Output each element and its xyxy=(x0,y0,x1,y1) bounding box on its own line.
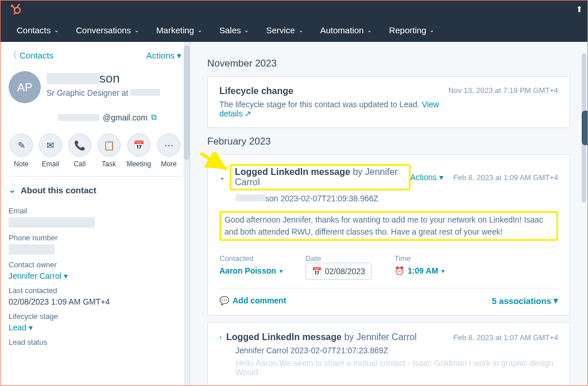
lifecycle-title: Lifecycle change xyxy=(219,86,448,96)
activity-card-1: ⌄ Logged LinkedIn message by Jennifer Ca… xyxy=(207,154,570,315)
comment-icon: 💬 xyxy=(219,296,229,305)
nav-reporting[interactable]: Reporting⌄ xyxy=(389,25,434,35)
time-dropdown[interactable]: ⏰ 1:09 AM ▾ xyxy=(394,266,444,275)
activity2-meta: Jennifer Carrol 2023-02-07T21:07:23.869Z xyxy=(235,346,558,355)
contact-subtitle: Sr Graphic Designer at xyxy=(47,88,160,98)
caret-down-icon: ⌄ xyxy=(54,27,59,33)
nav-service[interactable]: Service⌄ xyxy=(266,25,303,35)
associations-dropdown[interactable]: 5 associations ▾ xyxy=(492,295,558,306)
month-header-nov: November 2023 xyxy=(207,58,570,69)
caret-down-icon: ▾ xyxy=(29,323,33,332)
activity1-body-highlight: Good afternoon Jennifer, thanks for want… xyxy=(219,211,558,241)
contact-email: @gmail.com xyxy=(103,113,148,122)
side-drawer-tab[interactable] xyxy=(582,111,587,145)
more-icon: ⋯ xyxy=(157,134,180,157)
expand-icon[interactable]: › xyxy=(219,333,222,341)
about-section-toggle[interactable]: ⌄About this contact xyxy=(9,176,181,201)
lifecycle-change-card[interactable]: Lifecycle change The lifecycle stage for… xyxy=(207,76,570,128)
activity1-title: Logged LinkedIn message xyxy=(235,167,350,177)
meeting-button[interactable]: 📅Meeting xyxy=(126,134,151,168)
left-scrollbar-thumb[interactable] xyxy=(184,45,189,160)
caret-down-icon: ▾ xyxy=(177,50,181,61)
lifecycle-dropdown[interactable]: Lead ▾ xyxy=(9,323,181,332)
field-label-lifecycle: Lifecycle stage xyxy=(9,312,181,321)
last-contacted-value: 02/08/2023 1:09 AM GMT+4 xyxy=(9,297,181,306)
month-header-feb: February 2023 xyxy=(207,136,570,147)
task-button[interactable]: 📋Task xyxy=(98,134,121,168)
note-icon: ✎ xyxy=(10,134,33,157)
activity-title-highlight: Logged LinkedIn message by Jennifer Carr… xyxy=(230,164,411,190)
email-button[interactable]: ✉Email xyxy=(39,134,62,168)
clock-icon: ⏰ xyxy=(394,266,404,275)
contacted-label: Contacted xyxy=(219,254,283,263)
lifecycle-body: The lifecycle stage for this contact was… xyxy=(219,100,448,118)
call-icon: 📞 xyxy=(68,134,91,157)
collapse-icon[interactable]: ⌄ xyxy=(219,173,225,181)
caret-down-icon: ▾ xyxy=(64,271,68,280)
contacted-dropdown[interactable]: Aaron Poisson ▾ xyxy=(219,266,283,275)
calendar-icon: 📅 xyxy=(312,267,322,276)
nav-marketing[interactable]: Marketing⌄ xyxy=(156,25,202,35)
upgrade-icon[interactable]: ⬆ xyxy=(576,5,583,14)
email-value-redacted xyxy=(9,217,95,228)
activity2-title: Logged LinkedIn message xyxy=(226,332,342,342)
chevron-left-icon: 〈 xyxy=(9,50,17,61)
copy-email-icon[interactable]: ⧉ xyxy=(151,112,157,122)
contact-actions-dropdown[interactable]: Actions▾ xyxy=(146,50,181,61)
caret-down-icon: ▾ xyxy=(439,173,443,182)
call-button[interactable]: 📞Call xyxy=(68,134,91,168)
activity2-date: Feb 8, 2023 at 1:07 AM GMT+4 xyxy=(454,333,558,342)
caret-down-icon: ▾ xyxy=(442,268,444,274)
avatar: AP xyxy=(9,71,41,103)
activity1-date: Feb 8, 2023 at 1:09 AM GMT+4 xyxy=(454,173,558,182)
activity2-body: Hello Aaron.We seem to share a mutual co… xyxy=(235,358,558,377)
caret-down-icon: ▾ xyxy=(554,295,558,306)
activity-actions-dropdown[interactable]: Actions ▾ xyxy=(411,173,443,182)
caret-down-icon: ⌄ xyxy=(244,27,249,33)
nav-sales[interactable]: Sales⌄ xyxy=(219,25,249,35)
note-button[interactable]: ✎Note xyxy=(10,134,33,168)
hubspot-logo-icon xyxy=(9,2,22,16)
activity-card-2[interactable]: › Logged LinkedIn message by Jennifer Ca… xyxy=(207,322,570,386)
contact-name: son xyxy=(47,71,160,86)
caret-down-icon: ⌄ xyxy=(299,27,303,33)
lifecycle-date: Nov 13, 2023 at 7:19 PM GMT+4 xyxy=(448,86,558,95)
activity1-meta: son 2023-02-07T21:09:38.966Z xyxy=(235,194,558,203)
back-to-contacts[interactable]: 〈Contacts xyxy=(9,50,53,61)
nav-contacts[interactable]: Contacts⌄ xyxy=(17,25,59,35)
owner-dropdown[interactable]: Jennifer Carrol ▾ xyxy=(9,271,181,280)
field-label-lead-status: Lead status xyxy=(9,338,181,346)
field-label-email: Email xyxy=(9,206,181,215)
more-button[interactable]: ⋯More xyxy=(157,134,180,168)
meeting-icon: 📅 xyxy=(127,134,150,157)
caret-down-icon: ⌄ xyxy=(367,27,372,33)
nav-conversations[interactable]: Conversations⌄ xyxy=(76,25,139,35)
caret-down-icon: ⌄ xyxy=(198,27,202,33)
external-link-icon: ↗ xyxy=(245,109,252,118)
caret-down-icon: ⌄ xyxy=(430,27,434,33)
field-label-phone: Phone number xyxy=(9,233,181,242)
email-icon: ✉ xyxy=(39,134,62,157)
date-label: Date xyxy=(305,254,372,263)
date-input[interactable]: 📅02/08/2023 xyxy=(305,263,372,280)
svg-line-5 xyxy=(14,13,16,14)
caret-down-icon: ▾ xyxy=(280,268,283,274)
time-label: Time xyxy=(394,254,444,263)
field-label-owner: Contact owner xyxy=(9,260,181,269)
nav-automation[interactable]: Automation⌄ xyxy=(320,25,372,35)
phone-value-redacted xyxy=(9,244,55,255)
activity2-by: by Jennifer Carrol xyxy=(342,332,417,342)
svg-line-3 xyxy=(12,6,16,9)
task-icon: 📋 xyxy=(98,134,121,157)
field-label-last-contacted: Last contacted xyxy=(9,286,181,295)
chevron-down-icon: ⌄ xyxy=(9,185,16,195)
caret-down-icon: ⌄ xyxy=(134,27,139,33)
add-comment-button[interactable]: 💬Add comment xyxy=(219,296,286,305)
